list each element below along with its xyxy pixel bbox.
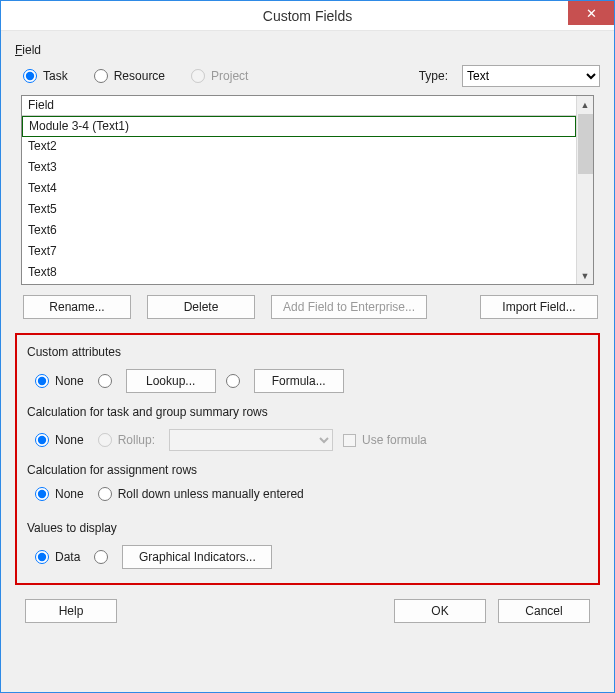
import-field-button[interactable]: Import Field...: [480, 295, 598, 319]
radio-vd-gi[interactable]: [94, 550, 108, 564]
list-row[interactable]: Text4: [22, 179, 576, 200]
list-buttons-row: Rename... Delete Add Field to Enterprise…: [15, 285, 600, 329]
radio-vd-data-label: Data: [55, 550, 80, 564]
rename-button[interactable]: Rename...: [23, 295, 131, 319]
radio-ct-rollup-label: Rollup:: [118, 433, 155, 447]
radio-ct-rollup-input: [98, 433, 112, 447]
radio-as-none-input[interactable]: [35, 487, 49, 501]
list-inner: Field Module 3-4 (Text1) Text2 Text3 Tex…: [22, 96, 576, 284]
scroll-down-button[interactable]: ▼: [577, 267, 593, 284]
list-row[interactable]: Text7: [22, 242, 576, 263]
close-button[interactable]: ✕: [568, 1, 614, 25]
radio-project-input: [191, 69, 205, 83]
values-display-row: Data Graphical Indicators...: [27, 545, 588, 569]
list-row[interactable]: Text5: [22, 200, 576, 221]
scroll-thumb[interactable]: [578, 114, 593, 174]
scroll-up-button[interactable]: ▲: [577, 96, 593, 113]
formula-button[interactable]: Formula...: [254, 369, 344, 393]
field-listbox: Field Module 3-4 (Text1) Text2 Text3 Tex…: [21, 95, 594, 285]
radio-as-rolldown-input[interactable]: [98, 487, 112, 501]
radio-ca-none-label: None: [55, 374, 84, 388]
radio-project-label: Project: [211, 69, 248, 83]
list-row[interactable]: Text2: [22, 137, 576, 158]
radio-ca-formula[interactable]: [226, 374, 240, 388]
radio-ct-none[interactable]: None: [35, 433, 84, 447]
field-label: Field: [15, 43, 600, 57]
radio-task-label: Task: [43, 69, 68, 83]
bottom-buttons: Help OK Cancel: [15, 585, 600, 627]
radio-ca-lookup[interactable]: [98, 374, 112, 388]
add-to-enterprise-button: Add Field to Enterprise...: [271, 295, 427, 319]
radio-ca-none[interactable]: None: [35, 374, 84, 388]
calc-assign-row: None Roll down unless manually entered: [27, 487, 588, 501]
delete-button[interactable]: Delete: [147, 295, 255, 319]
close-icon: ✕: [586, 7, 597, 20]
calc-task-row: None Rollup: Use formula: [27, 429, 588, 451]
cancel-button[interactable]: Cancel: [498, 599, 590, 623]
radio-as-rolldown-label: Roll down unless manually entered: [118, 487, 304, 501]
radio-ct-rollup: Rollup:: [98, 433, 155, 447]
radio-ca-formula-input[interactable]: [226, 374, 240, 388]
scroll-track[interactable]: [577, 174, 593, 267]
type-select[interactable]: Text: [462, 65, 600, 87]
radio-ca-none-input[interactable]: [35, 374, 49, 388]
values-display-title: Values to display: [27, 521, 588, 535]
radio-task-input[interactable]: [23, 69, 37, 83]
rollup-select: [169, 429, 333, 451]
radio-project: Project: [191, 69, 248, 83]
window-title: Custom Fields: [263, 8, 352, 24]
radio-vd-data[interactable]: Data: [35, 550, 80, 564]
calc-task-title: Calculation for task and group summary r…: [27, 405, 588, 419]
custom-fields-dialog: Custom Fields ✕ Field Task Resource Proj…: [0, 0, 615, 693]
custom-attributes-title: Custom attributes: [27, 345, 588, 359]
radio-ct-none-input[interactable]: [35, 433, 49, 447]
radio-ct-none-label: None: [55, 433, 84, 447]
help-button[interactable]: Help: [25, 599, 117, 623]
radio-resource-label: Resource: [114, 69, 165, 83]
list-row[interactable]: Text6: [22, 221, 576, 242]
field-type-row: Task Resource Project Type: Text: [15, 63, 600, 95]
radio-resource[interactable]: Resource: [94, 69, 165, 83]
list-row[interactable]: Text3: [22, 158, 576, 179]
type-label: Type:: [419, 69, 448, 83]
list-row[interactable]: Text8: [22, 263, 576, 284]
scrollbar[interactable]: ▲ ▼: [576, 96, 593, 284]
radio-resource-input[interactable]: [94, 69, 108, 83]
radio-as-none[interactable]: None: [35, 487, 84, 501]
titlebar: Custom Fields ✕: [1, 1, 614, 31]
use-formula-checkbox: Use formula: [343, 433, 427, 447]
radio-as-none-label: None: [55, 487, 84, 501]
lookup-button[interactable]: Lookup...: [126, 369, 216, 393]
radio-vd-gi-input[interactable]: [94, 550, 108, 564]
radio-task[interactable]: Task: [23, 69, 68, 83]
calc-assign-title: Calculation for assignment rows: [27, 463, 588, 477]
radio-as-rolldown[interactable]: Roll down unless manually entered: [98, 487, 304, 501]
dialog-content: Field Task Resource Project Type: Text: [1, 31, 614, 692]
radio-vd-data-input[interactable]: [35, 550, 49, 564]
highlighted-section: Custom attributes None Lookup... Formula…: [15, 333, 600, 585]
use-formula-label: Use formula: [362, 433, 427, 447]
ok-button[interactable]: OK: [394, 599, 486, 623]
checkbox-icon: [343, 434, 356, 447]
type-wrap: Type: Text: [419, 65, 600, 87]
spacer: [129, 599, 382, 623]
list-header[interactable]: Field: [22, 96, 576, 116]
graphical-indicators-button[interactable]: Graphical Indicators...: [122, 545, 272, 569]
chevron-up-icon: ▲: [581, 100, 590, 110]
custom-attributes-row: None Lookup... Formula...: [27, 369, 588, 393]
chevron-down-icon: ▼: [581, 271, 590, 281]
radio-ca-lookup-input[interactable]: [98, 374, 112, 388]
list-row[interactable]: Module 3-4 (Text1): [22, 116, 576, 137]
list-rows: Module 3-4 (Text1) Text2 Text3 Text4 Tex…: [22, 116, 576, 284]
